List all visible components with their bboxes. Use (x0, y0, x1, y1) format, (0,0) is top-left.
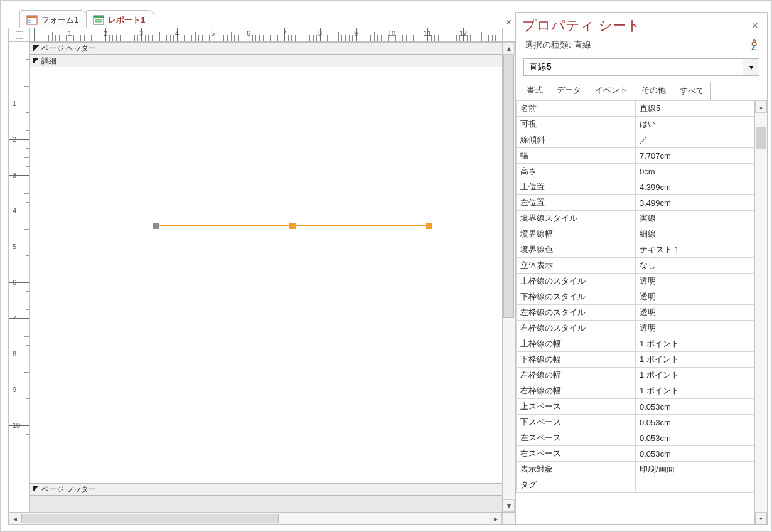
property-row[interactable]: 下スペース0.053cm (517, 415, 754, 430)
section-toggle-icon (33, 58, 39, 64)
property-row[interactable]: 下枠線のスタイル透明 (517, 289, 754, 305)
footer-canvas[interactable] (30, 496, 502, 512)
property-row[interactable]: 右スペース0.053cm (517, 446, 754, 462)
property-row[interactable]: 幅7.707cm (517, 148, 754, 164)
close-tab-button[interactable]: × (502, 17, 515, 28)
property-value[interactable] (636, 477, 754, 493)
property-value[interactable]: 透明 (636, 289, 754, 305)
svg-rect-1 (27, 16, 37, 18)
property-row[interactable]: 境界線幅細線 (517, 226, 754, 242)
svg-rect-2 (28, 20, 31, 21)
object-selector-combo[interactable]: ▾ (523, 58, 759, 76)
ptab-event[interactable]: イベント (588, 81, 635, 100)
scroll-track[interactable] (755, 113, 767, 512)
scroll-right-button[interactable]: ▸ (490, 513, 502, 524)
scroll-thumb[interactable] (21, 514, 279, 523)
object-selector-input[interactable] (524, 59, 743, 75)
ptab-other[interactable]: その他 (635, 81, 673, 100)
ptab-format[interactable]: 書式 (520, 81, 550, 100)
scroll-down-button[interactable]: ▾ (755, 512, 767, 524)
property-value[interactable]: なし (636, 258, 754, 274)
property-row[interactable]: 境界線スタイル実線 (517, 211, 754, 226)
property-row[interactable]: 上枠線の幅1 ポイント (517, 336, 754, 352)
property-row[interactable]: 上枠線のスタイル透明 (517, 274, 754, 289)
property-row[interactable]: 高さ0cm (517, 164, 754, 179)
scroll-up-button[interactable]: ▴ (755, 100, 767, 113)
property-value[interactable]: 細線 (636, 226, 754, 242)
property-row[interactable]: 左枠線のスタイル透明 (517, 305, 754, 321)
scroll-down-button[interactable]: ▾ (503, 499, 515, 512)
property-grid-wrap: 名前直線5可視はい線傾斜／幅7.707cm高さ0cm上位置4.399cm左位置3… (516, 100, 767, 524)
property-value[interactable]: 7.707cm (636, 148, 754, 164)
property-value[interactable]: 印刷/画面 (636, 462, 754, 477)
property-value[interactable]: 0.053cm (636, 430, 754, 446)
property-row[interactable]: 左スペース0.053cm (517, 430, 754, 446)
property-value[interactable]: 1 ポイント (636, 383, 754, 399)
scroll-up-button[interactable]: ▴ (503, 42, 515, 55)
property-row[interactable]: 上位置4.399cm (517, 179, 754, 195)
property-value[interactable]: はい (636, 117, 754, 132)
property-row[interactable]: 表示対象印刷/画面 (517, 462, 754, 477)
select-all-corner[interactable] (9, 28, 30, 41)
tab-form1[interactable]: フォーム1 (19, 10, 88, 28)
property-row[interactable]: 境界線色テキスト 1 (517, 242, 754, 258)
ptab-data[interactable]: データ (550, 81, 588, 100)
property-row[interactable]: 上スペース0.053cm (517, 399, 754, 415)
sort-az-button[interactable]: A Z↓ (751, 39, 759, 51)
property-row[interactable]: 右枠線の幅1 ポイント (517, 383, 754, 399)
scroll-left-button[interactable]: ◂ (9, 513, 21, 524)
resize-handle-end[interactable] (426, 223, 432, 229)
selection-type-label: 選択の種類: 直線 (525, 40, 591, 51)
property-sheet-close-button[interactable]: × (749, 18, 761, 34)
resize-handle-start[interactable] (153, 223, 159, 229)
section-page-header-bar[interactable]: ページ ヘッダー (30, 42, 502, 55)
property-value[interactable]: 3.499cm (636, 195, 754, 211)
property-value[interactable]: 実線 (636, 211, 754, 226)
property-row[interactable]: 線傾斜／ (517, 132, 754, 148)
ptab-all[interactable]: すべて (673, 82, 711, 100)
property-value[interactable]: 透明 (636, 321, 754, 336)
property-row[interactable]: タグ (517, 477, 754, 493)
tab-report1[interactable]: レポート1 (86, 10, 154, 28)
property-value[interactable]: 0cm (636, 164, 754, 179)
scroll-thumb[interactable] (503, 55, 514, 318)
horizontal-ruler[interactable]: 123456789101112 (30, 28, 502, 41)
horizontal-scrollbar[interactable]: ◂ ▸ (9, 512, 515, 524)
dropdown-button[interactable]: ▾ (743, 59, 759, 75)
property-row[interactable]: 下枠線の幅1 ポイント (517, 352, 754, 368)
vertical-ruler[interactable]: 12345678910 (9, 42, 30, 512)
scroll-thumb[interactable] (756, 127, 766, 149)
property-row[interactable]: 左位置3.499cm (517, 195, 754, 211)
tab-label: フォーム1 (41, 14, 78, 26)
section-page-footer-bar[interactable]: ページ フッター (30, 483, 502, 496)
property-value[interactable]: 透明 (636, 274, 754, 289)
canvas-column: ページ ヘッダー 詳細 (30, 42, 502, 512)
property-row[interactable]: 立体表示なし (517, 258, 754, 274)
property-value[interactable]: 直線5 (636, 101, 754, 117)
app-frame: フォーム1 レポート1 × 123456789101112 (0, 0, 772, 532)
property-value[interactable]: 4.399cm (636, 179, 754, 195)
property-row[interactable]: 左枠線の幅1 ポイント (517, 368, 754, 383)
property-value[interactable]: 0.053cm (636, 415, 754, 430)
resize-handle-middle[interactable] (289, 223, 296, 229)
property-value[interactable]: 1 ポイント (636, 336, 754, 352)
property-value[interactable]: 0.053cm (636, 399, 754, 415)
property-vertical-scrollbar[interactable]: ▴ ▾ (754, 100, 767, 524)
property-row[interactable]: 可視はい (517, 117, 754, 132)
property-value[interactable]: ／ (636, 132, 754, 148)
property-value[interactable]: テキスト 1 (636, 242, 754, 258)
property-value[interactable]: 透明 (636, 305, 754, 321)
property-value[interactable]: 1 ポイント (636, 368, 754, 383)
vertical-scrollbar[interactable]: ▴ ▾ (502, 42, 515, 512)
scroll-track[interactable] (21, 513, 490, 524)
property-name: 上スペース (517, 399, 636, 415)
property-row[interactable]: 右枠線のスタイル透明 (517, 321, 754, 336)
scroll-track[interactable] (503, 55, 515, 499)
detail-canvas[interactable] (30, 67, 502, 483)
property-value[interactable]: 1 ポイント (636, 352, 754, 368)
property-row[interactable]: 名前直線5 (517, 101, 754, 117)
property-name: 境界線幅 (517, 226, 636, 242)
section-label: 詳細 (41, 56, 56, 66)
property-value[interactable]: 0.053cm (636, 446, 754, 462)
section-detail-bar[interactable]: 詳細 (30, 55, 502, 67)
